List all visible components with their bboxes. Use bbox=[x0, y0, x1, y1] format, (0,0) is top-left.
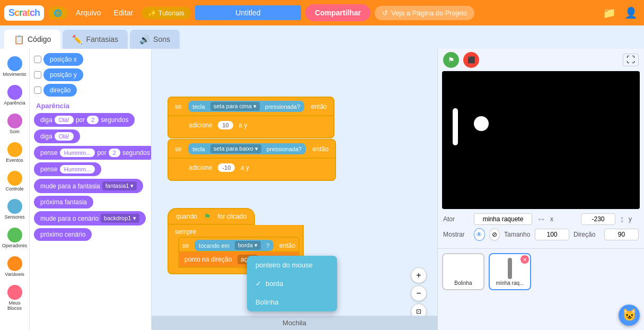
bolinha-preview bbox=[453, 258, 474, 279]
block-posicao-x[interactable]: posição x bbox=[34, 53, 147, 66]
block-direcao[interactable]: direção bbox=[34, 84, 147, 97]
dropdown-item-borda[interactable]: ✓ borda bbox=[247, 274, 337, 293]
show-visible-button[interactable]: 👁 bbox=[474, 228, 485, 241]
tutoriais-button[interactable]: ✨ Tutoriais bbox=[142, 7, 191, 19]
stage-controls: ⚑ ⬛ ⛶ bbox=[438, 49, 644, 71]
sidebar-item-sensores[interactable]: Sensores bbox=[1, 196, 29, 223]
checkmark-icon: ✓ bbox=[255, 280, 261, 288]
globe-button[interactable]: 🌐 bbox=[48, 7, 67, 19]
project-page-button[interactable]: ↺ Veja a Página do Projeto bbox=[375, 6, 474, 20]
stage-area: ⚑ ⬛ ⛶ Ator ↔ x ↕ y Mostrar 👁 bbox=[437, 49, 644, 330]
checkbox-posicao-y[interactable] bbox=[34, 71, 41, 79]
block-mude-fantasia[interactable]: mude para a fantasia fantasia1 ▾ bbox=[34, 179, 147, 193]
block-diga-segundos[interactable]: diga Olá! por 2 segundos bbox=[34, 113, 147, 127]
main-content: Movimento Aparência Som Eventos Controle… bbox=[0, 49, 644, 330]
direction-input[interactable] bbox=[604, 229, 639, 240]
stage-canvas bbox=[442, 71, 640, 209]
mostrar-label: Mostrar bbox=[443, 231, 470, 238]
stage-layout-button[interactable]: ⛶ bbox=[623, 54, 639, 66]
sidebar-item-controle[interactable]: Controle bbox=[1, 168, 29, 195]
tab-codigo-label: Código bbox=[28, 35, 51, 44]
tab-sons[interactable]: 🔊 Sons bbox=[130, 30, 180, 49]
tamanho-label: Tamanho bbox=[504, 231, 531, 238]
block-diga[interactable]: diga Olá! bbox=[34, 129, 147, 143]
block-proximo-cenario[interactable]: próximo cenário bbox=[34, 228, 147, 241]
zoom-in-button[interactable]: + bbox=[411, 267, 427, 283]
blocks-section-aparencia: Aparência bbox=[34, 102, 147, 110]
block-proxima-fantasia[interactable]: próxima fantasia bbox=[34, 196, 147, 209]
block-group-up[interactable]: se tecla seta para cima ▾ pressionada? e… bbox=[167, 97, 334, 138]
sprite-properties: Ator ↔ x ↕ y Mostrar 👁 ⊘ Tamanho Direção bbox=[438, 209, 644, 248]
block-posicao-y[interactable]: posição y bbox=[34, 68, 147, 81]
x-input[interactable] bbox=[581, 213, 615, 225]
dropdown-item-ponteiro[interactable]: ponteiro do mouse bbox=[247, 256, 337, 274]
sidebar-item-eventos[interactable]: Eventos bbox=[1, 139, 29, 167]
sprite-delete-button[interactable]: ✕ bbox=[521, 255, 529, 264]
sidebar-item-meus-blocos[interactable]: Meus Blocos bbox=[1, 282, 29, 315]
sprite-raquete[interactable]: ✕ minha raq... bbox=[489, 253, 531, 290]
add-sprite-button[interactable]: 😺 bbox=[619, 305, 640, 326]
sprites-panel: Bolinha ✕ minha raq... bbox=[438, 248, 644, 330]
scripts-area[interactable]: se tecla seta para cima ▾ pressionada? e… bbox=[152, 49, 437, 330]
tab-fantasias[interactable]: ✏️ Fantasias bbox=[63, 30, 128, 49]
sidebar-item-variaveis[interactable]: Variáveis bbox=[1, 253, 29, 281]
sidebar-item-som[interactable]: Som bbox=[1, 110, 29, 138]
context-dropdown-menu[interactable]: ponteiro do mouse ✓ borda Bolinha bbox=[247, 256, 337, 311]
tab-codigo[interactable]: 📋 Código bbox=[4, 30, 60, 49]
green-flag-button[interactable]: ⚑ bbox=[443, 52, 459, 68]
scratch-logo: Scratch bbox=[4, 5, 44, 21]
x-label: x bbox=[550, 215, 577, 223]
sprite-bolinha[interactable]: Bolinha bbox=[442, 253, 484, 290]
show-hidden-button[interactable]: ⊘ bbox=[489, 228, 500, 241]
sidebar-item-movimento[interactable]: Movimento bbox=[1, 53, 29, 81]
block-group-down[interactable]: se tecla seta para baixo ▾ pressionada? … bbox=[167, 139, 336, 181]
editar-button[interactable]: Editar bbox=[110, 6, 138, 19]
sidebar-item-aparencia[interactable]: Aparência bbox=[1, 82, 29, 109]
bolinha-name: Bolinha bbox=[454, 280, 472, 286]
blocks-sidebar: Movimento Aparência Som Eventos Controle… bbox=[0, 49, 30, 330]
backpack-bar[interactable]: Mochila bbox=[152, 316, 437, 330]
project-name-input[interactable] bbox=[195, 5, 301, 20]
folder-icon[interactable]: 📁 bbox=[601, 4, 618, 21]
tab-sons-label: Sons bbox=[153, 35, 170, 44]
stage-ball bbox=[474, 116, 489, 131]
blocks-panel: posição x posição y direção Aparência di… bbox=[30, 49, 152, 330]
sons-icon: 🔊 bbox=[139, 34, 150, 45]
checkbox-posicao-x[interactable] bbox=[34, 56, 41, 63]
arrows-icon: ↔ bbox=[536, 214, 546, 225]
checkbox-direcao[interactable] bbox=[34, 86, 41, 94]
direcao-label: Direção bbox=[574, 231, 600, 238]
codigo-icon: 📋 bbox=[14, 34, 24, 45]
size-input[interactable] bbox=[535, 229, 569, 240]
zoom-controls: + − ⊡ bbox=[411, 267, 427, 319]
tabs-bar: 📋 Código ✏️ Fantasias 🔊 Sons bbox=[0, 25, 644, 49]
topbar: Scratch 🌐 Arquivo Editar ✨ Tutoriais Com… bbox=[0, 0, 644, 25]
zoom-out-button[interactable]: − bbox=[411, 285, 427, 301]
stage-paddle bbox=[453, 108, 458, 145]
fantasias-icon: ✏️ bbox=[72, 34, 83, 45]
updown-icon: ↕ bbox=[620, 214, 624, 225]
stop-button[interactable]: ⬛ bbox=[463, 52, 479, 68]
sidebar-item-operadores[interactable]: Operadores bbox=[1, 224, 29, 252]
backpack-label: Mochila bbox=[283, 319, 306, 327]
dropdown-item-bolinha[interactable]: Bolinha bbox=[247, 293, 337, 311]
block-pense-segundos[interactable]: pense Hummm... por 2 segundos bbox=[34, 146, 147, 160]
tab-fantasias-label: Fantasias bbox=[86, 35, 118, 44]
actor-name-input[interactable] bbox=[474, 213, 532, 225]
avatar-icon[interactable]: 👤 bbox=[622, 4, 640, 21]
share-button[interactable]: Compartilhar bbox=[305, 4, 370, 21]
arquivo-button[interactable]: Arquivo bbox=[72, 6, 105, 19]
raquete-preview bbox=[508, 258, 512, 279]
block-pense[interactable]: pense Hummm... bbox=[34, 162, 147, 176]
raquete-name: minha raq... bbox=[496, 280, 524, 286]
add-sprite-area[interactable]: 😺 bbox=[619, 305, 640, 326]
block-mude-cenario[interactable]: mude para o cenário backdrop1 ▾ bbox=[34, 211, 147, 225]
y-label: y bbox=[629, 215, 644, 223]
ator-label: Ator bbox=[443, 215, 470, 223]
